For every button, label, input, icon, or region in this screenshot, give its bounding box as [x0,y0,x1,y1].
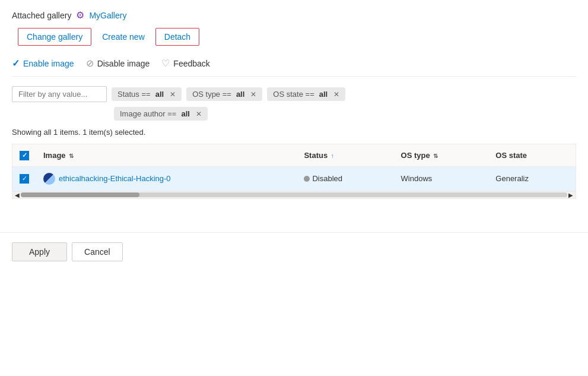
chip-author-key: Image author == [120,109,176,118]
attached-gallery-label: Attached gallery [12,11,71,20]
image-table: ✓ Image ⇅ Status ↑ OS type ⇅ [12,144,576,191]
table-row: ✓ ethicalhacking-Ethical-Hacking-0 Disab… [12,166,576,191]
chip-ostype-key: OS type == [192,90,231,99]
scrollbar-thumb[interactable] [21,192,139,197]
image-icon [43,173,55,185]
image-name: ethicalhacking-Ethical-Hacking-0 [59,174,171,183]
filter-input[interactable] [12,86,107,102]
chip-status-close[interactable]: ✕ [170,90,176,99]
change-gallery-button[interactable]: Change gallery [18,28,91,46]
row-ostype-cell: Windows [394,166,489,191]
chip-author-val: all [181,109,189,118]
chip-ostype-close[interactable]: ✕ [250,90,256,99]
chip-status-key: Status == [117,90,151,99]
table-header-checkbox[interactable]: ✓ [12,144,36,166]
row-osstate-cell: Generaliz [488,166,576,191]
row-status-value: Disabled [312,174,342,183]
cancel-button[interactable]: Cancel [72,242,123,261]
gallery-name-link[interactable]: MyGallery [89,11,126,20]
col-ostype-label: OS type [401,151,430,160]
toolbar-row: ✓ Enable image ⊘ Disable image ♡ Feedbac… [12,58,576,77]
filter-chip-imageauthor: Image author == all ✕ [114,107,208,121]
col-status-label: Status [304,151,328,160]
col-ostype-sort-icon[interactable]: ⇅ [433,153,438,159]
col-osstate-label: OS state [495,151,527,160]
image-link[interactable]: ethicalhacking-Ethical-Hacking-0 [43,173,290,185]
horizontal-scrollbar[interactable]: ◀ ▶ [12,191,576,198]
row-osstate-value: Generaliz [495,174,529,183]
scrollbar-track[interactable] [21,192,567,197]
heart-icon: ♡ [161,58,170,69]
table-col-image: Image ⇅ [36,144,297,166]
chip-ostype-val: all [236,90,244,99]
image-table-wrapper: ✓ Image ⇅ Status ↑ OS type ⇅ [12,144,576,199]
status-cell: Disabled [304,174,386,183]
status-dot-icon [304,176,310,182]
attached-gallery-row: Attached gallery ⚙ MyGallery [12,10,576,21]
gallery-gear-icon: ⚙ [76,10,84,21]
row-image-cell: ethicalhacking-Ethical-Hacking-0 [36,166,297,191]
disable-image-label: Disable image [97,59,150,68]
apply-button[interactable]: Apply [12,242,67,261]
table-col-ostype: OS type ⇅ [394,144,489,166]
chip-osstate-val: all [319,90,328,99]
create-new-button[interactable]: Create new [94,29,153,45]
chip-osstate-key: OS state == [273,90,314,99]
chip-osstate-close[interactable]: ✕ [333,90,339,99]
check-icon: ✓ [12,58,20,69]
table-header-row: ✓ Image ⇅ Status ↑ OS type ⇅ [12,144,576,166]
col-image-sort-icon[interactable]: ⇅ [69,153,74,159]
bottom-actions: Apply Cancel [0,232,588,261]
enable-image-button[interactable]: ✓ Enable image [12,58,74,69]
chip-status-val: all [155,90,164,99]
filter-chip-osstate: OS state == all ✕ [267,87,345,101]
detach-button[interactable]: Detach [155,28,199,46]
chip-author-close[interactable]: ✕ [196,110,202,118]
col-status-sort-icon[interactable]: ↑ [331,153,334,159]
count-text: Showing all 1 items. 1 item(s) selected. [12,128,576,137]
filter-chip-status: Status == all ✕ [112,87,182,101]
col-image-label: Image [43,151,66,160]
enable-image-label: Enable image [23,59,74,68]
scroll-right-arrow[interactable]: ▶ [567,192,574,198]
feedback-label: Feedback [173,59,209,68]
disable-icon: ⊘ [86,58,94,69]
row-status-cell: Disabled [297,166,393,191]
row-checkbox-cell[interactable]: ✓ [12,166,36,191]
scroll-left-arrow[interactable]: ◀ [14,192,21,198]
table-col-osstate: OS state [488,144,576,166]
filter-row-2: Image author == all ✕ [114,107,576,121]
row-checkbox[interactable]: ✓ [20,174,29,184]
action-buttons-row: Change gallery Create new Detach [18,28,576,46]
filter-chip-ostype: OS type == all ✕ [186,87,262,101]
disable-image-button[interactable]: ⊘ Disable image [86,58,150,69]
feedback-button[interactable]: ♡ Feedback [161,58,209,69]
table-col-status: Status ↑ [297,144,393,166]
row-ostype-value: Windows [401,174,433,183]
filter-row: Status == all ✕ OS type == all ✕ OS stat… [12,86,576,102]
header-checkbox[interactable]: ✓ [20,151,29,160]
